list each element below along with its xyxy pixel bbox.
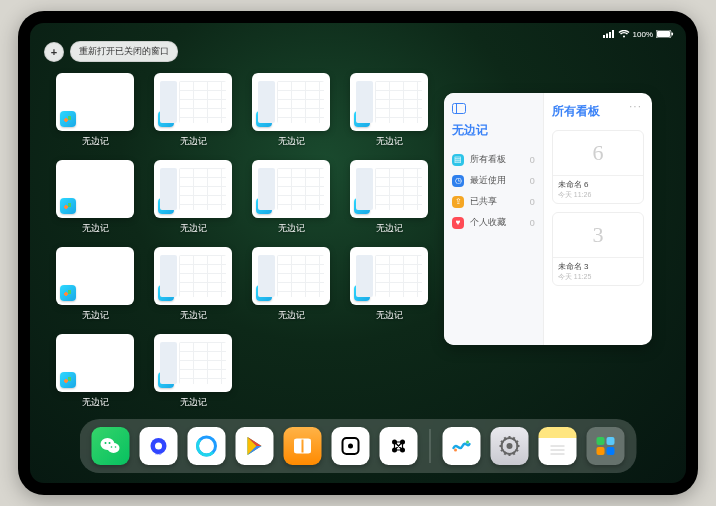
app-label: 无边记	[278, 309, 305, 322]
new-window-button[interactable]: +	[44, 42, 64, 62]
board-card[interactable]: 3未命名 3今天 11:25	[552, 212, 644, 286]
status-bar: 100%	[30, 27, 686, 41]
svg-rect-5	[657, 31, 670, 37]
dock-quark-icon[interactable]: HD	[140, 427, 178, 465]
app-label: 无边记	[180, 135, 207, 148]
sidebar-item-label: 最近使用	[470, 174, 506, 187]
dock-books-icon[interactable]	[284, 427, 322, 465]
freeform-icon	[354, 285, 370, 301]
svg-point-14	[115, 446, 117, 448]
dock-freeform-icon[interactable]	[443, 427, 481, 465]
svg-line-36	[513, 452, 515, 455]
svg-line-42	[505, 437, 507, 440]
app-thumbnail	[350, 247, 428, 305]
svg-rect-49	[607, 447, 615, 455]
app-card[interactable]: 无边记	[350, 247, 428, 322]
dock-settings-icon[interactable]	[491, 427, 529, 465]
svg-line-38	[505, 452, 507, 455]
dock-play-icon[interactable]	[236, 427, 274, 465]
app-card[interactable]: 无边记	[56, 334, 134, 409]
app-card[interactable]: 无边记	[56, 73, 134, 148]
dock-obsidian-icon[interactable]	[380, 427, 418, 465]
freeform-icon	[60, 111, 76, 127]
freeform-icon	[158, 372, 174, 388]
svg-rect-3	[612, 30, 614, 38]
more-icon[interactable]: ···	[629, 99, 642, 113]
dock-notes-icon[interactable]	[539, 427, 577, 465]
sidebar-item-icon: ▤	[452, 154, 464, 166]
freeform-icon	[158, 198, 174, 214]
app-card[interactable]: 无边记	[154, 160, 232, 235]
svg-point-28	[466, 441, 469, 444]
dock-wechat-icon[interactable]	[92, 427, 130, 465]
app-thumbnail	[350, 73, 428, 131]
top-bar: + 重新打开已关闭的窗口	[44, 41, 178, 62]
battery-icon	[656, 30, 674, 38]
svg-rect-2	[609, 32, 611, 38]
app-thumbnail	[56, 160, 134, 218]
sidebar: 无边记 ▤所有看板0◷最近使用0⇪已共享0♥个人收藏0	[444, 93, 544, 345]
freeform-icon	[60, 372, 76, 388]
board-preview: 3	[553, 213, 643, 257]
sidebar-item-icon: ⇪	[452, 196, 464, 208]
app-label: 无边记	[180, 222, 207, 235]
sidebar-item-label: 已共享	[470, 195, 497, 208]
svg-line-35	[516, 450, 519, 452]
sidebar-item[interactable]: ◷最近使用0	[452, 170, 535, 191]
sidebar-item[interactable]: ♥个人收藏0	[452, 212, 535, 233]
app-card[interactable]: 无边记	[56, 247, 134, 322]
app-thumbnail	[154, 73, 232, 131]
svg-rect-0	[603, 35, 605, 38]
app-card[interactable]: 无边记	[154, 334, 232, 409]
svg-line-33	[516, 441, 519, 443]
svg-point-16	[155, 443, 162, 450]
svg-rect-6	[672, 33, 674, 36]
sidebar-item[interactable]: ▤所有看板0	[452, 149, 535, 170]
app-card[interactable]: 无边记	[350, 73, 428, 148]
ipad-frame: 100% + 重新打开已关闭的窗口 无边记无边记无边记无边记无边记无边记无边记无…	[18, 11, 698, 495]
sidebar-toggle-icon[interactable]	[452, 103, 535, 116]
signal-icon	[603, 30, 615, 38]
freeform-icon	[60, 285, 76, 301]
app-card[interactable]: 无边记	[252, 160, 330, 235]
sidebar-title: 无边记	[452, 122, 535, 139]
freeform-window[interactable]: 无边记 ▤所有看板0◷最近使用0⇪已共享0♥个人收藏0 ··· 所有看板 6未命…	[444, 93, 652, 345]
reopen-closed-window-button[interactable]: 重新打开已关闭的窗口	[70, 41, 178, 62]
app-card[interactable]: 无边记	[56, 160, 134, 235]
app-label: 无边记	[376, 222, 403, 235]
app-thumbnail	[252, 160, 330, 218]
app-card[interactable]: 无边记	[154, 73, 232, 148]
dock-library-icon[interactable]	[587, 427, 625, 465]
content-area: ··· 所有看板 6未命名 6今天 11:263未命名 3今天 11:25	[544, 93, 652, 345]
svg-point-22	[348, 444, 353, 449]
sidebar-item-label: 所有看板	[470, 153, 506, 166]
dock-qqbrowser-icon[interactable]	[188, 427, 226, 465]
app-thumbnail	[252, 247, 330, 305]
app-card[interactable]: 无边记	[252, 73, 330, 148]
svg-rect-48	[597, 447, 605, 455]
app-card[interactable]: 无边记	[154, 247, 232, 322]
sidebar-item-label: 个人收藏	[470, 216, 506, 229]
svg-line-39	[501, 450, 504, 452]
app-card[interactable]: 无边记	[252, 247, 330, 322]
sidebar-item-count: 0	[530, 155, 535, 165]
freeform-icon	[256, 198, 272, 214]
app-label: 无边记	[82, 222, 109, 235]
app-thumbnail	[154, 247, 232, 305]
svg-line-41	[501, 441, 504, 443]
app-label: 无边记	[278, 135, 305, 148]
svg-text:HD: HD	[156, 451, 162, 456]
app-card[interactable]: 无边记	[350, 160, 428, 235]
svg-rect-1	[606, 34, 608, 39]
sidebar-item-icon: ◷	[452, 175, 464, 187]
sidebar-item-count: 0	[530, 197, 535, 207]
dock-dice-icon[interactable]	[332, 427, 370, 465]
board-card[interactable]: 6未命名 6今天 11:26	[552, 130, 644, 204]
sidebar-item[interactable]: ⇪已共享0	[452, 191, 535, 212]
app-label: 无边记	[376, 309, 403, 322]
app-label: 无边记	[82, 309, 109, 322]
board-meta: 未命名 3今天 11:25	[553, 257, 643, 285]
app-label: 无边记	[180, 309, 207, 322]
app-switcher-grid: 无边记无边记无边记无边记无边记无边记无边记无边记无边记无边记无边记无边记无边记无…	[56, 73, 431, 409]
app-thumbnail	[56, 73, 134, 131]
